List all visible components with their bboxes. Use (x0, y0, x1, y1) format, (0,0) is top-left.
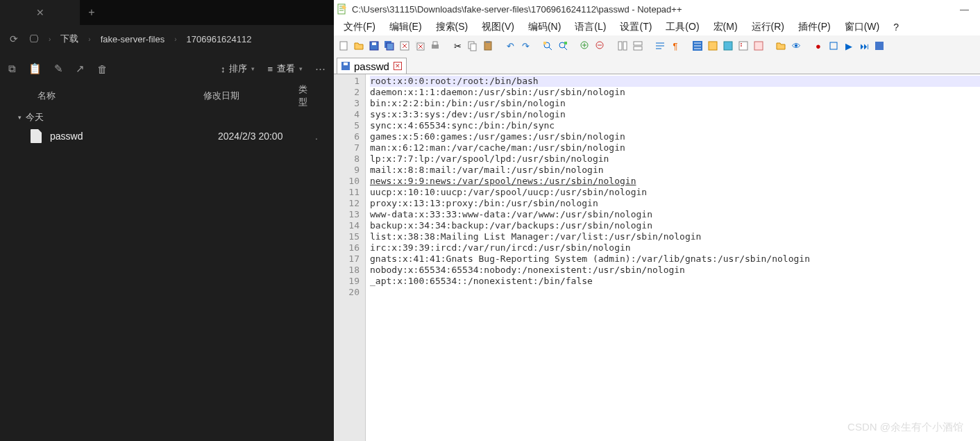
col-type[interactable]: 类型 (298, 83, 316, 108)
active-tab[interactable]: ✕ (0, 0, 80, 25)
svg-rect-21 (618, 42, 622, 50)
col-name[interactable]: 名称 (37, 90, 203, 102)
menu-view[interactable]: 视图(V) (475, 21, 521, 33)
sync-h-icon[interactable] (631, 39, 645, 53)
disk-icon (341, 62, 350, 70)
zoom-in-icon[interactable] (578, 39, 592, 53)
zoom-out-icon[interactable] (593, 39, 607, 53)
svg-rect-28 (739, 42, 747, 50)
editor-tabbar: passwd ✕ (334, 56, 980, 74)
close-all-icon[interactable] (413, 39, 427, 53)
rename-icon[interactable]: ✎ (54, 63, 63, 75)
menu-language[interactable]: 语言(L) (568, 21, 613, 33)
show-all-icon[interactable]: ¶ (668, 39, 682, 53)
code-area[interactable]: root:x:0:0:root:/root:/bin/bashdaemon:x:… (366, 74, 980, 441)
file-name: passwd (50, 131, 218, 142)
column-headers: 名称 修改日期 类型 (0, 85, 334, 107)
view-button[interactable]: ≡ 查看 ▾ (267, 63, 303, 75)
svg-rect-23 (634, 42, 642, 45)
file-row[interactable]: passwd 2024/2/3 20:00 . (0, 125, 334, 147)
menu-plugins[interactable]: 插件(P) (791, 21, 838, 33)
save-macro-icon[interactable] (872, 39, 886, 53)
delete-icon[interactable]: 🗑 (97, 63, 108, 75)
svg-rect-3 (372, 42, 376, 45)
file-type: . (315, 131, 318, 142)
crumb-downloads[interactable]: 下载 (56, 33, 83, 45)
minimize-button[interactable]: — (953, 4, 976, 15)
svg-rect-35 (344, 63, 348, 65)
npp-toolbar: ✂ ↶ ↷ ¶ 👁 ● ▶ ⏭ (334, 35, 980, 56)
cut-icon[interactable]: ✂ (450, 39, 464, 53)
new-tab-button[interactable]: + (80, 6, 103, 19)
svg-rect-32 (830, 42, 837, 49)
refresh-icon[interactable]: ⟳ (6, 33, 22, 44)
file-date: 2024/2/3 20:00 (218, 131, 315, 142)
paste-icon[interactable]: 📋 (28, 63, 42, 75)
editor: 1234567891011121314151617181920 root:x:0… (334, 74, 980, 441)
menu-help[interactable]: ? (886, 22, 906, 33)
play-icon[interactable]: ▶ (842, 39, 856, 53)
svg-point-30 (741, 45, 742, 47)
menu-run[interactable]: 运行(R) (745, 21, 791, 33)
replace-icon[interactable] (556, 39, 570, 53)
crumb-folder2[interactable]: 1706961624112 (183, 34, 256, 44)
menu-macro[interactable]: 宏(M) (707, 21, 745, 33)
stop-icon[interactable] (827, 39, 840, 53)
svg-rect-33 (875, 42, 884, 50)
find-icon[interactable] (541, 39, 555, 53)
new-icon[interactable] (337, 39, 350, 53)
copy-icon[interactable] (466, 39, 480, 53)
menu-edit[interactable]: 编辑(E) (382, 21, 429, 33)
share-icon[interactable]: ↗ (76, 63, 85, 75)
close-icon[interactable] (398, 39, 412, 53)
menubar: 文件(F) 编辑(E) 搜索(S) 视图(V) 编码(N) 语言(L) 设置(T… (334, 18, 980, 35)
svg-point-29 (741, 43, 742, 44)
monitor-icon[interactable]: 👁 (789, 39, 803, 53)
open-icon[interactable] (352, 39, 366, 53)
close-icon[interactable]: ✕ (36, 7, 44, 18)
doc-map-icon[interactable] (721, 39, 735, 53)
chevron-right-icon: › (171, 35, 179, 43)
more-icon[interactable]: ⋯ (315, 63, 326, 75)
menu-encoding[interactable]: 编码(N) (521, 21, 568, 33)
folder-icon[interactable] (774, 39, 788, 53)
svg-rect-16 (543, 42, 546, 44)
tab-label: passwd (354, 60, 389, 72)
col-date[interactable]: 修改日期 (203, 90, 298, 102)
func-list-icon[interactable] (752, 39, 766, 53)
svg-rect-26 (709, 42, 717, 50)
svg-point-17 (559, 42, 565, 48)
notepad-panel: C:\Users\31115\Downloads\fake-server-fil… (334, 0, 980, 441)
wrap-icon[interactable] (653, 39, 667, 53)
doc-list-icon[interactable] (736, 39, 750, 53)
explorer-toolbar: ⧉ 📋 ✎ ↗ 🗑 ↕ 排序 ▾ ≡ 查看 ▾ ⋯ (0, 53, 334, 85)
record-icon[interactable]: ● (811, 39, 825, 53)
pc-icon[interactable]: 🖵 (25, 33, 43, 44)
save-all-icon[interactable] (382, 39, 396, 53)
svg-rect-14 (486, 41, 490, 43)
paste-icon[interactable] (481, 39, 495, 53)
redo-icon[interactable]: ↷ (518, 39, 532, 53)
print-icon[interactable] (428, 39, 442, 53)
sort-button[interactable]: ↕ 排序 ▾ (221, 63, 255, 75)
svg-rect-12 (471, 44, 476, 51)
play-multi-icon[interactable]: ⏭ (857, 39, 871, 53)
save-icon[interactable] (367, 39, 381, 53)
sync-v-icon[interactable] (616, 39, 630, 53)
tab-close-icon[interactable]: ✕ (394, 62, 402, 70)
menu-window[interactable]: 窗口(W) (838, 21, 887, 33)
menu-settings[interactable]: 设置(T) (613, 21, 659, 33)
explorer-tabs: ✕ + (0, 0, 334, 25)
menu-file[interactable]: 文件(F) (337, 21, 382, 33)
editor-tab[interactable]: passwd ✕ (337, 58, 407, 74)
section-today[interactable]: ▾ 今天 (0, 107, 334, 125)
crumb-folder1[interactable]: fake-server-files (96, 34, 169, 44)
undo-icon[interactable]: ↶ (503, 39, 517, 53)
menu-search[interactable]: 搜索(S) (429, 21, 475, 33)
udf-icon[interactable] (706, 39, 720, 53)
svg-rect-10 (433, 42, 437, 45)
svg-rect-18 (564, 42, 567, 44)
menu-tools[interactable]: 工具(O) (659, 21, 706, 33)
copy-icon[interactable]: ⧉ (8, 63, 16, 75)
indent-guide-icon[interactable] (691, 39, 704, 53)
